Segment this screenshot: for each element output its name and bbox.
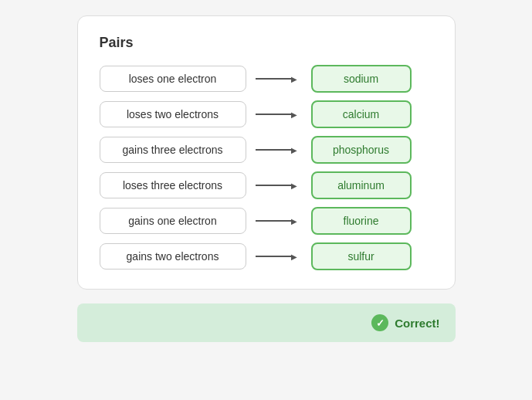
pairs-card: Pairs loses one electronsodiumloses two … xyxy=(77,15,456,290)
card-title: Pairs xyxy=(100,35,433,51)
arrow-icon xyxy=(256,110,302,119)
pair-row: loses two electronscalcium xyxy=(100,100,433,128)
arrow-icon xyxy=(256,181,302,190)
pair-row: loses one electronsodium xyxy=(100,65,433,93)
pair-row: loses three electronsaluminum xyxy=(100,171,433,199)
right-label: calcium xyxy=(311,100,412,128)
left-label: gains three electrons xyxy=(100,137,246,163)
arrow-icon xyxy=(256,253,302,261)
right-label: phosphorus xyxy=(311,136,412,164)
check-circle-icon xyxy=(371,314,388,331)
right-label: sulfur xyxy=(311,242,412,270)
right-label: aluminum xyxy=(311,171,412,199)
arrow-icon xyxy=(256,75,302,83)
left-label: gains one electron xyxy=(100,208,246,234)
left-label: loses one electron xyxy=(100,66,246,92)
pairs-list: loses one electronsodiumloses two electr… xyxy=(100,65,433,270)
left-label: loses two electrons xyxy=(100,101,246,127)
pair-row: gains one electronfluorine xyxy=(100,207,433,235)
pair-row: gains two electronssulfur xyxy=(100,242,433,270)
right-label: fluorine xyxy=(311,207,412,235)
pair-row: gains three electronsphosphorus xyxy=(100,136,433,164)
correct-text: Correct! xyxy=(395,317,439,330)
feedback-bar: Correct! xyxy=(77,303,456,342)
left-label: gains two electrons xyxy=(100,243,246,269)
right-label: sodium xyxy=(311,65,412,93)
arrow-icon xyxy=(256,146,302,154)
left-label: loses three electrons xyxy=(100,172,246,198)
arrow-icon xyxy=(256,217,302,225)
